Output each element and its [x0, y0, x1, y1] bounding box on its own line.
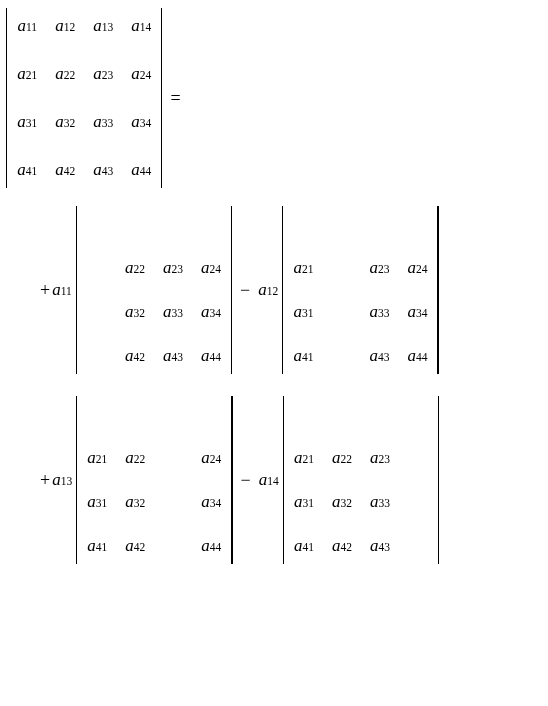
entry: a32	[328, 492, 356, 512]
entry: a33	[365, 302, 393, 322]
entry: a42	[121, 346, 149, 366]
coef-a13: a13	[50, 470, 74, 490]
plus-sign: +	[40, 470, 50, 491]
entry: a13	[89, 16, 117, 36]
entry: a31	[289, 302, 317, 322]
entry: a11	[13, 16, 41, 36]
entry: a33	[159, 302, 187, 322]
entry: a24	[197, 258, 225, 278]
entry: a24	[403, 258, 431, 278]
entry: a41	[289, 346, 317, 366]
entry: a34	[197, 492, 225, 512]
entry: a34	[403, 302, 431, 322]
plus-sign: +	[40, 280, 50, 301]
entry: a21	[13, 64, 41, 84]
entry: a41	[83, 536, 111, 556]
matrix-minor: a21 a23 a24 a31 a33 a34 a41 a43 a44	[285, 206, 435, 374]
coef-a12: a12	[256, 280, 280, 300]
minus-sign: −	[235, 470, 257, 491]
matrix-minor: a22 a23 a24 a32 a33 a34 a42 a43 a44	[79, 206, 229, 374]
entry: a31	[13, 112, 41, 132]
det-bar-right	[231, 396, 232, 564]
coef-a11: a11	[50, 280, 74, 300]
entry: a44	[197, 346, 225, 366]
entry: a41	[290, 536, 318, 556]
matrix-minor: a21 a22 a24 a31 a32 a34 a41 a42 a44	[79, 396, 229, 564]
entry: a32	[51, 112, 79, 132]
det-bar-left	[6, 8, 7, 188]
entry: a33	[366, 492, 394, 512]
entry: a21	[83, 448, 111, 468]
entry: a23	[365, 258, 393, 278]
minor-14: a21 a22 a23 a31 a32 a33 a41 a42 a43	[281, 396, 441, 564]
entry: a34	[127, 112, 155, 132]
entry: a42	[121, 536, 149, 556]
entry: a24	[197, 448, 225, 468]
entry: a31	[290, 492, 318, 512]
entry: a44	[403, 346, 431, 366]
entry: a24	[127, 64, 155, 84]
minor-13: a21 a22 a24 a31 a32 a34 a41 a42 a44	[74, 396, 234, 564]
entry: a34	[197, 302, 225, 322]
entry: a43	[366, 536, 394, 556]
det-bar-left	[76, 206, 77, 374]
expansion-row-2: + a13 a21 a22 a24 a31 a32 a34 a41 a42 a4…	[40, 396, 544, 564]
entry: a42	[51, 160, 79, 180]
matrix-4x4: a11 a12 a13 a14 a21 a22 a23 a24 a31 a32 …	[9, 8, 159, 188]
entry: a44	[197, 536, 225, 556]
det-bar-right	[161, 8, 162, 188]
minor-12: a21 a23 a24 a31 a33 a34 a41 a43 a44	[280, 206, 440, 374]
entry: a12	[51, 16, 79, 36]
entry: a32	[121, 302, 149, 322]
entry: a23	[89, 64, 117, 84]
entry: a43	[89, 160, 117, 180]
det-bar-right	[437, 206, 438, 374]
empty	[83, 214, 111, 234]
entry: a23	[159, 258, 187, 278]
det-bar-left	[283, 396, 284, 564]
entry: a42	[328, 536, 356, 556]
matrix-minor: a21 a22 a23 a31 a32 a33 a41 a42 a43	[286, 396, 436, 564]
det-bar-left	[76, 396, 77, 564]
entry: a22	[121, 258, 149, 278]
minus-sign: −	[234, 280, 256, 301]
entry: a21	[289, 258, 317, 278]
entry: a22	[121, 448, 149, 468]
det-bar-right	[438, 396, 439, 564]
det-4x4: a11 a12 a13 a14 a21 a22 a23 a24 a31 a32 …	[4, 8, 164, 188]
entry: a33	[89, 112, 117, 132]
entry: a22	[51, 64, 79, 84]
det-bar-right	[231, 206, 232, 374]
expansion-row-1: + a11 a22 a23 a24 a32 a33 a34 a42 a43 a4…	[40, 206, 544, 374]
lhs-row: a11 a12 a13 a14 a21 a22 a23 a24 a31 a32 …	[4, 8, 544, 188]
entry: a14	[127, 16, 155, 36]
entry: a43	[159, 346, 187, 366]
det-bar-left	[282, 206, 283, 374]
entry: a22	[328, 448, 356, 468]
minor-11: a22 a23 a24 a32 a33 a34 a42 a43 a44	[74, 206, 234, 374]
entry: a44	[127, 160, 155, 180]
coef-a14: a14	[257, 470, 281, 490]
entry: a32	[121, 492, 149, 512]
entry: a23	[366, 448, 394, 468]
entry: a21	[290, 448, 318, 468]
entry: a41	[13, 160, 41, 180]
entry: a31	[83, 492, 111, 512]
equals-sign: =	[164, 88, 180, 109]
entry: a43	[365, 346, 393, 366]
